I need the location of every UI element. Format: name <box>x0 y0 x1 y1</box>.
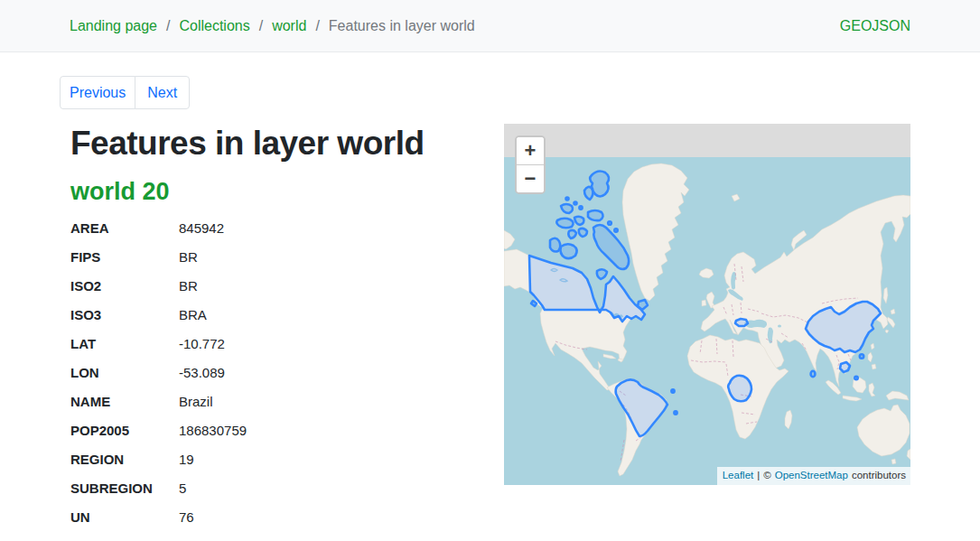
previous-button[interactable]: Previous <box>60 76 135 109</box>
property-value: -53.089 <box>179 364 225 383</box>
landmass-ireland <box>702 300 706 306</box>
breadcrumb-separator: / <box>259 18 263 34</box>
property-row: NAMEBrazil <box>70 393 468 412</box>
breadcrumb-current: Features in layer world <box>329 18 475 34</box>
breadcrumb-separator: / <box>166 18 170 34</box>
property-key: AREA <box>70 219 179 238</box>
tile-void-strip <box>504 124 910 160</box>
feature-subtitle: world 20 <box>70 178 170 206</box>
property-key: UN <box>70 508 179 527</box>
feature-brunei[interactable] <box>854 377 857 379</box>
breadcrumb-link-landing-page[interactable]: Landing page <box>70 18 157 34</box>
breadcrumb-separator: / <box>315 18 319 34</box>
property-row: REGION19 <box>70 451 468 470</box>
pagination: Previous Next <box>60 76 190 109</box>
feature-canada-bathurst[interactable] <box>574 217 584 225</box>
openstreetmap-link[interactable]: OpenStreetMap <box>775 469 848 482</box>
breadcrumb-link-collections[interactable]: Collections <box>179 18 249 34</box>
property-row: LAT-10.772 <box>70 335 468 354</box>
feature-canada-somerset[interactable] <box>579 229 587 237</box>
property-row: POP2005186830759 <box>70 422 468 441</box>
feature-brazil-island[interactable] <box>674 411 677 414</box>
property-key: POP2005 <box>70 422 179 441</box>
property-row: LON-53.089 <box>70 364 468 383</box>
property-value: Brazil <box>179 393 213 412</box>
property-value: -10.772 <box>179 335 225 354</box>
feature-canada-islet[interactable] <box>614 229 617 231</box>
property-row: AREA845942 <box>70 219 468 238</box>
leaflet-link[interactable]: Leaflet <box>723 469 754 482</box>
page: Landing page / Collections / world / Fea… <box>0 0 980 541</box>
feature-canada-islet[interactable] <box>566 198 569 201</box>
feature-cambodia[interactable] <box>840 362 850 372</box>
property-row: FIPSBR <box>70 248 468 267</box>
feature-canada-banks[interactable] <box>550 238 560 252</box>
property-key: ISO3 <box>70 306 179 325</box>
copyright-symbol: © <box>763 469 770 482</box>
property-row: SUBREGION5 <box>70 480 468 499</box>
aral-sea <box>778 324 781 327</box>
feature-canada-vancouver-island[interactable] <box>531 301 537 306</box>
feature-dr-congo[interactable] <box>728 376 751 401</box>
breadcrumb: Landing page / Collections / world / Fea… <box>70 18 475 34</box>
property-value: 845942 <box>179 219 224 238</box>
zoom-in-button[interactable]: + <box>517 137 544 164</box>
zoom-out-button[interactable]: − <box>517 164 544 192</box>
property-key: LAT <box>70 335 179 354</box>
feature-canada-islet[interactable] <box>579 206 582 209</box>
feature-canada-islet[interactable] <box>608 221 611 225</box>
minus-icon: − <box>525 167 537 191</box>
feature-canada-ellef-ringnes[interactable] <box>561 204 573 213</box>
landmass-tasmania <box>891 459 896 464</box>
next-button[interactable]: Next <box>135 76 190 109</box>
property-key: ISO2 <box>70 277 179 296</box>
property-value: 76 <box>179 508 194 527</box>
property-value: 186830759 <box>179 422 247 441</box>
property-key: SUBREGION <box>70 480 179 499</box>
landmass-mindanao <box>872 364 876 369</box>
property-value: BR <box>179 277 198 296</box>
attribution-separator: | <box>757 469 760 482</box>
geojson-format-link[interactable]: GEOJSON <box>840 18 910 34</box>
property-value: BRA <box>179 306 207 325</box>
feature-canada-islet[interactable] <box>574 202 577 205</box>
leaflet-map[interactable]: + − Leaflet | © OpenStreetMap contributo… <box>504 124 910 485</box>
feature-canada-devon[interactable] <box>588 210 603 220</box>
page-title: Features in layer world <box>70 125 425 163</box>
feature-canada-victoria-island[interactable] <box>561 244 577 258</box>
feature-properties-table: AREA845942 FIPSBR ISO2BR ISO3BRA LAT-10.… <box>70 219 468 537</box>
feature-canada-prince-of-wales[interactable] <box>568 230 576 238</box>
property-key: REGION <box>70 451 179 470</box>
property-row: ISO2BR <box>70 277 468 296</box>
property-row: UN76 <box>70 508 468 527</box>
breadcrumb-link-world[interactable]: world <box>272 18 306 34</box>
property-value: 19 <box>179 451 194 470</box>
property-value: 5 <box>179 480 186 499</box>
top-navbar: Landing page / Collections / world / Fea… <box>0 0 980 52</box>
property-row: ISO3BRA <box>70 306 468 325</box>
feature-sri-lanka[interactable] <box>811 371 816 377</box>
feature-brazil-island[interactable] <box>671 389 674 392</box>
plus-icon: + <box>525 139 537 163</box>
feature-bulgaria[interactable] <box>735 319 748 326</box>
contributors-text: contributors <box>852 469 906 482</box>
feature-canada-axel-heiberg[interactable] <box>584 187 593 200</box>
property-key: LON <box>70 364 179 383</box>
property-key: NAME <box>70 393 179 412</box>
map-attribution: Leaflet | © OpenStreetMap contributors <box>717 467 910 485</box>
feature-china-hainan[interactable] <box>860 354 863 358</box>
map-zoom-control: + − <box>515 135 546 194</box>
feature-canada-melville[interactable] <box>556 219 573 229</box>
property-value: BR <box>179 248 198 267</box>
property-key: FIPS <box>70 248 179 267</box>
world-map-canvas <box>504 124 910 485</box>
